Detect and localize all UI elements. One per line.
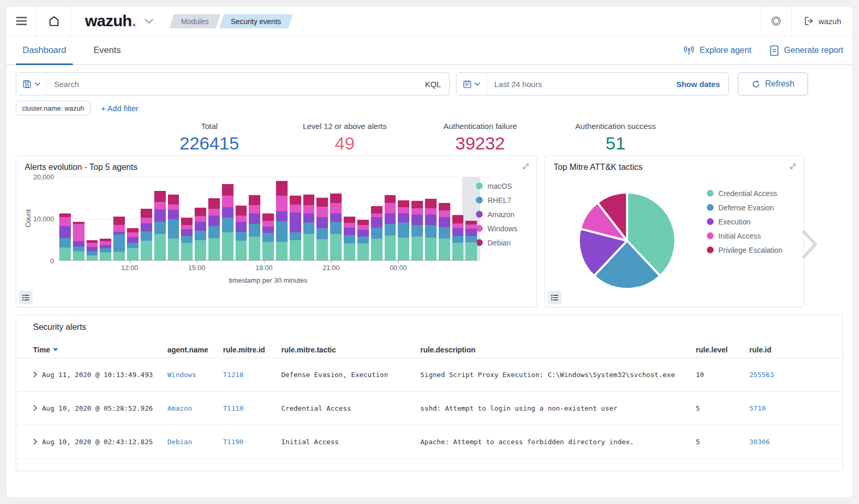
bar-segment-macos[interactable] xyxy=(181,243,193,261)
bar-segment-windows[interactable] xyxy=(59,217,71,226)
bar-segment-debian[interactable] xyxy=(208,198,220,209)
bar[interactable] xyxy=(371,206,383,261)
bar-segment-windows[interactable] xyxy=(411,208,423,215)
bar-segment-windows[interactable] xyxy=(344,223,355,228)
bar-segment-macos[interactable] xyxy=(303,234,315,261)
bar-segment-amazon[interactable] xyxy=(385,213,396,223)
bar-segment-rhel7[interactable] xyxy=(195,231,206,240)
bar-segment-rhel7[interactable] xyxy=(425,225,437,238)
bar-segment-rhel7[interactable] xyxy=(113,234,125,252)
bar-segment-amazon[interactable] xyxy=(303,213,315,222)
bar-segment-amazon[interactable] xyxy=(127,237,139,243)
bar-segment-debian[interactable] xyxy=(141,209,152,218)
expand-panel-icon[interactable] xyxy=(789,162,797,170)
bar-segment-amazon[interactable] xyxy=(357,230,369,237)
bar-segment-debian[interactable] xyxy=(303,195,315,205)
bar-segment-windows[interactable] xyxy=(425,208,437,215)
bar-segment-macos[interactable] xyxy=(195,240,206,261)
bar-segment-amazon[interactable] xyxy=(262,227,274,233)
bar-segment-debian[interactable] xyxy=(398,200,409,207)
bar-segment-rhel7[interactable] xyxy=(262,233,274,242)
bar[interactable] xyxy=(290,196,301,261)
bar-segment-amazon[interactable] xyxy=(330,213,342,222)
legend-toggle-button[interactable] xyxy=(548,291,561,304)
bar-segment-windows[interactable] xyxy=(385,203,396,213)
bar[interactable] xyxy=(316,198,328,261)
bar-segment-amazon[interactable] xyxy=(222,207,234,218)
bar-segment-debian[interactable] xyxy=(168,195,179,204)
bar-segment-macos[interactable] xyxy=(127,248,139,261)
bar-segment-macos[interactable] xyxy=(344,243,355,261)
bar-segment-rhel7[interactable] xyxy=(303,222,315,234)
bar-segment-amazon[interactable] xyxy=(249,213,260,223)
bar-segment-amazon[interactable] xyxy=(398,213,409,223)
bar[interactable] xyxy=(330,194,342,261)
bar-segment-amazon[interactable] xyxy=(425,215,437,225)
cell-rule-mitre-id[interactable]: T1110 xyxy=(223,404,281,412)
bar-segment-debian[interactable] xyxy=(330,194,342,203)
expand-row-chevron-icon[interactable] xyxy=(33,405,37,411)
bar-segment-macos[interactable] xyxy=(371,239,383,261)
bar-segment-windows[interactable] xyxy=(141,218,152,223)
bar-segment-amazon[interactable] xyxy=(141,223,152,231)
bar-segment-debian[interactable] xyxy=(276,181,288,196)
calendar-button[interactable] xyxy=(457,73,487,95)
bar-segment-debian[interactable] xyxy=(127,228,139,232)
bar-segment-windows[interactable] xyxy=(452,223,464,228)
bar-segment-windows[interactable] xyxy=(398,207,409,213)
bar-segment-amazon[interactable] xyxy=(195,222,206,231)
bar-segment-rhel7[interactable] xyxy=(411,225,423,237)
bar[interactable] xyxy=(452,215,464,261)
bar-segment-macos[interactable] xyxy=(276,242,288,261)
bar-segment-rhel7[interactable] xyxy=(465,236,477,242)
bar-segment-amazon[interactable] xyxy=(411,215,423,225)
bar-segment-amazon[interactable] xyxy=(87,247,98,251)
bar-segment-macos[interactable] xyxy=(141,241,152,261)
bar-segment-rhel7[interactable] xyxy=(100,248,111,252)
bar-segment-rhel7[interactable] xyxy=(154,222,166,234)
bar-segment-rhel7[interactable] xyxy=(208,226,220,238)
tab-dashboard[interactable]: Dashboard xyxy=(16,36,73,65)
cell-agent-name[interactable]: Windows xyxy=(167,371,223,379)
bar-segment-amazon[interactable] xyxy=(236,222,247,231)
bar[interactable] xyxy=(276,181,288,261)
bar-segment-macos[interactable] xyxy=(330,234,342,261)
bar[interactable] xyxy=(303,195,315,261)
bar-segment-windows[interactable] xyxy=(208,209,220,216)
bar-segment-windows[interactable] xyxy=(154,202,166,209)
bar-segment-macos[interactable] xyxy=(452,243,464,261)
bar-segment-macos[interactable] xyxy=(154,234,166,261)
bar-segment-macos[interactable] xyxy=(73,251,84,261)
bar-segment-debian[interactable] xyxy=(357,220,369,225)
add-filter-button[interactable]: + Add filter xyxy=(101,104,139,113)
bar-segment-windows[interactable] xyxy=(87,243,98,247)
bar-segment-amazon[interactable] xyxy=(344,228,355,235)
bar[interactable] xyxy=(236,206,247,261)
home-button[interactable] xyxy=(37,6,71,36)
bar-segment-debian[interactable] xyxy=(236,206,247,216)
bar-segment-rhel7[interactable] xyxy=(181,236,193,243)
bar-segment-macos[interactable] xyxy=(316,239,328,261)
bar-segment-debian[interactable] xyxy=(222,184,234,196)
bar[interactable] xyxy=(411,201,423,261)
bar-segment-rhel7[interactable] xyxy=(452,236,464,243)
bar[interactable] xyxy=(249,195,260,261)
bar-segment-amazon[interactable] xyxy=(73,241,84,246)
breadcrumb-security-events[interactable]: Security events xyxy=(219,14,293,28)
bar-segment-amazon[interactable] xyxy=(276,211,288,221)
bar-segment-amazon[interactable] xyxy=(181,229,193,236)
bar-segment-windows[interactable] xyxy=(303,205,315,214)
legend-item-debian[interactable]: Debian xyxy=(476,235,517,250)
bar-segment-rhel7[interactable] xyxy=(316,228,328,239)
bar-segment-windows[interactable] xyxy=(168,205,179,210)
expand-row-chevron-icon[interactable] xyxy=(33,371,37,378)
generate-report-button[interactable]: Generate report xyxy=(769,45,843,56)
bar-segment-amazon[interactable] xyxy=(154,209,166,222)
bar-segment-rhel7[interactable] xyxy=(371,228,383,239)
bar-segment-windows[interactable] xyxy=(262,221,274,227)
bar-segment-macos[interactable] xyxy=(236,241,247,261)
cell-rule-mitre-id[interactable]: T1190 xyxy=(223,438,281,446)
bar-segment-macos[interactable] xyxy=(168,239,179,261)
legend-item-execution[interactable]: Execution xyxy=(707,215,782,229)
bar[interactable] xyxy=(208,198,220,261)
